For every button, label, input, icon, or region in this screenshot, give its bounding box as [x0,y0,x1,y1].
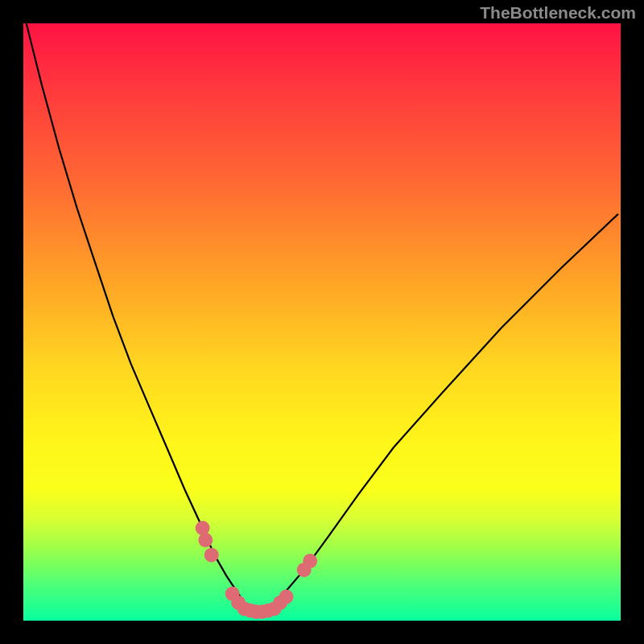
watermark-text: TheBottleneck.com [480,3,636,23]
plot-area [23,23,621,621]
chart-stage: TheBottleneck.com [0,0,644,644]
